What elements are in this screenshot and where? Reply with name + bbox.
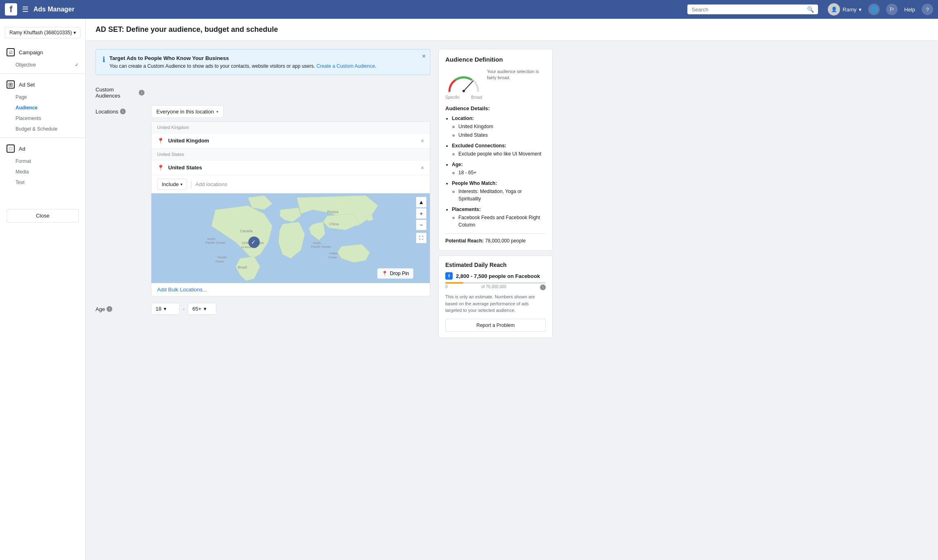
search-icon: 🔍 (807, 6, 814, 13)
close-button[interactable]: Close (7, 209, 79, 222)
banner-link[interactable]: Create a Custom Audience (316, 63, 375, 69)
right-panel: Audience Definition (438, 49, 553, 338)
map-fullscreen-button[interactable]: ⛶ (416, 233, 427, 243)
drop-pin-label: Drop Pin (390, 271, 409, 276)
svg-text:Pacific: Pacific (218, 256, 227, 259)
svg-text:Indian: Indian (329, 251, 338, 255)
account-selector-button[interactable]: Ramy Khuffash (368010335) ▾ (5, 27, 80, 38)
hamburger-menu-icon[interactable]: ☰ (22, 5, 29, 14)
objective-check-icon: ✓ (75, 62, 79, 68)
age-min-select[interactable]: 18 ▾ (151, 303, 180, 315)
location-panel: United Kingdom 📍 United Kingdom × United… (151, 121, 430, 296)
svg-text:✓: ✓ (251, 239, 256, 245)
age-detail-list: 18 - 65+ (452, 169, 546, 176)
reach-bar-wrap: 0 of 76,000,000 i (445, 282, 546, 290)
sidebar-item-media[interactable]: Media (0, 167, 85, 177)
user-menu[interactable]: 👤 Ramy ▾ (828, 3, 862, 16)
svg-text:North: North (207, 237, 215, 241)
location-us-remove-icon[interactable]: × (421, 164, 424, 171)
sidebar-item-campaign[interactable]: ☑ Campaign (0, 45, 85, 60)
info-icon-reach[interactable]: i (540, 284, 546, 290)
svg-text:China: China (329, 222, 339, 226)
audience-definition-panel: Audience Definition (438, 49, 553, 251)
people-who-match-list: Interests: Meditation, Yoga or Spiritual… (452, 188, 546, 202)
gauge-specific-label: Specific (445, 95, 460, 100)
app-title: Ads Manager (33, 6, 74, 13)
content-area: AD SET: Define your audience, budget and… (86, 19, 938, 560)
list-item: 📍 United Kingdom × (151, 133, 430, 149)
report-problem-button[interactable]: Report a Problem (445, 319, 546, 332)
sidebar-item-audience[interactable]: Audience (0, 102, 85, 113)
add-locations-input[interactable] (196, 180, 424, 189)
sidebar-item-text[interactable]: Text (0, 177, 85, 188)
age-min-chevron-icon: ▾ (164, 306, 167, 312)
sidebar-item-adset[interactable]: ⊞ Ad Set (0, 77, 85, 92)
svg-text:Pacific Ocean: Pacific Ocean (205, 241, 225, 244)
drop-pin-button[interactable]: 📍 Drop Pin (377, 268, 413, 279)
gauge-broad-label: Broad (471, 95, 482, 100)
bulk-locations-link[interactable]: Add Bulk Locations... (157, 287, 207, 293)
locations-info-icon[interactable]: i (120, 109, 126, 114)
svg-text:Russia: Russia (327, 209, 338, 213)
age-max-value: 65+ (192, 306, 201, 312)
age-label: Age i (96, 303, 144, 312)
list-item: 📍 United States × (151, 160, 430, 176)
search-input[interactable] (691, 7, 805, 13)
sidebar-item-objective[interactable]: Objective ✓ (0, 60, 85, 70)
sidebar: Ramy Khuffash (368010335) ▾ ☑ Campaign O… (0, 19, 86, 560)
custom-audiences-info-icon[interactable]: i (139, 90, 144, 96)
bulk-locations: Add Bulk Locations... (151, 283, 430, 296)
sidebar-section-ad: □ Ad Format Media Text (0, 141, 85, 188)
age-info-icon[interactable]: i (107, 306, 112, 312)
campaign-label: Campaign (19, 49, 43, 56)
form-main: ℹ Target Ads to People Who Know Your Bus… (96, 49, 430, 338)
close-button-wrap: Close (0, 204, 85, 227)
list-item: Interests: Meditation, Yoga or Spiritual… (458, 188, 546, 202)
svg-line-17 (464, 81, 473, 91)
include-button[interactable]: Include ▾ (157, 179, 187, 190)
sidebar-item-format[interactable]: Format (0, 156, 85, 167)
sidebar-item-ad[interactable]: □ Ad (0, 141, 85, 156)
reach-bar-fill (445, 282, 463, 284)
audience-details-list: Location: United Kingdom United States E… (445, 115, 546, 229)
locations-control: Everyone in this location ▾ United Kingd… (151, 105, 430, 296)
location-type-dropdown[interactable]: Everyone in this location ▾ (151, 105, 224, 118)
location-list: United Kingdom 📍 United Kingdom × United… (151, 122, 430, 176)
estimated-daily-reach-panel: Estimated Daily Reach f 2,800 - 7,500 pe… (438, 256, 553, 338)
location-uk-name: United Kingdom (168, 138, 417, 144)
banner-close-button[interactable]: × (422, 53, 426, 60)
info-banner: ℹ Target Ads to People Who Know Your Bus… (96, 49, 430, 75)
form-area: ℹ Target Ads to People Who Know Your Bus… (86, 41, 938, 346)
sidebar-item-placements[interactable]: Placements (0, 113, 85, 124)
sidebar-item-budget[interactable]: Budget & Schedule (0, 124, 85, 134)
banner-body: You can create a Custom Audience to show… (109, 63, 315, 69)
age-max-select[interactable]: 65+ ▾ (188, 303, 216, 315)
sidebar-item-page[interactable]: Page (0, 92, 85, 102)
nav-actions: 👤 Ramy ▾ 🌐 🏳 Help ? (828, 3, 933, 16)
age-inputs: 18 ▾ - 65+ ▾ (151, 303, 430, 315)
map-zoom-in-button[interactable]: + (416, 208, 427, 219)
audience-definition-title: Audience Definition (445, 56, 546, 63)
sidebar-divider-1 (0, 73, 85, 74)
map-zoom-out-button[interactable]: ▲ (416, 197, 427, 207)
reach-bar-labels: 0 of 76,000,000 i (445, 284, 546, 290)
location-uk-remove-icon[interactable]: × (421, 138, 424, 144)
svg-text:Pacific Ocean: Pacific Ocean (311, 245, 331, 249)
placements-detail-label: Placements: (452, 206, 546, 213)
help-icon[interactable]: ? (922, 4, 933, 15)
location-us-name: United States (168, 164, 417, 171)
flag-icon[interactable]: 🏳 (886, 4, 898, 15)
help-label: Help (904, 7, 915, 13)
gauge-wrap: Specific Broad Your audience selection i… (445, 69, 546, 100)
svg-text:Brazil: Brazil (238, 265, 247, 269)
reach-range-label: 2,800 - 7,500 people on Facebook (456, 273, 540, 279)
account-selector: Ramy Khuffash (368010335) ▾ (5, 27, 80, 38)
map-container: Canada United States of America Russia C… (151, 193, 430, 283)
facebook-logo-small: f (445, 272, 453, 280)
custom-audiences-row: Custom Audiences i (96, 83, 430, 99)
globe-icon[interactable]: 🌐 (868, 4, 880, 15)
map-zoom-out-minus-button[interactable]: − (416, 220, 427, 230)
sidebar-section-adset: ⊞ Ad Set Page Audience Placements Budget… (0, 77, 85, 134)
sidebar-section-campaign: ☑ Campaign Objective ✓ (0, 45, 85, 70)
svg-text:North: North (313, 241, 321, 245)
